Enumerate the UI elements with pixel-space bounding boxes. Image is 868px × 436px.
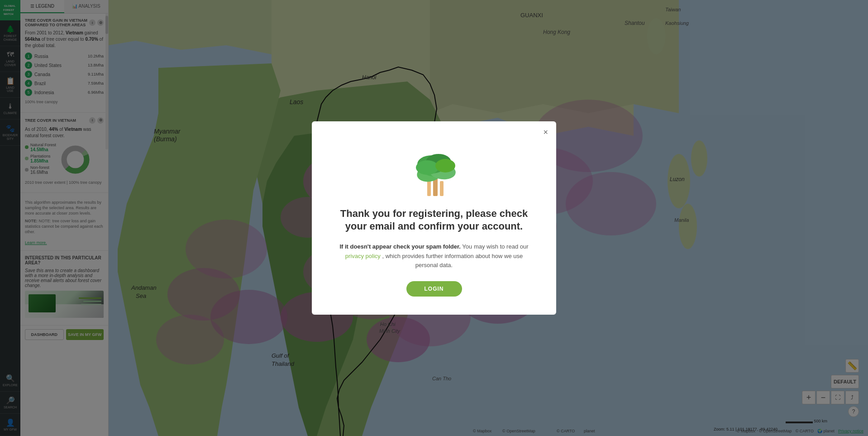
- login-button[interactable]: LOGIN: [406, 281, 462, 297]
- policy-prefix: You may wish to read our: [462, 243, 528, 250]
- privacy-policy-link[interactable]: privacy policy: [345, 253, 381, 259]
- modal-body: If it doesn't appear check your spam fol…: [334, 242, 534, 270]
- policy-suffix: , which provides further information abo…: [382, 253, 523, 269]
- svg-rect-58: [440, 181, 444, 196]
- modal-close-button[interactable]: ×: [543, 128, 548, 137]
- svg-rect-56: [427, 180, 431, 196]
- svg-point-64: [416, 160, 439, 175]
- svg-point-65: [435, 159, 455, 172]
- spam-notice: If it doesn't appear check your spam fol…: [339, 243, 461, 250]
- registration-modal: × Thank you for registering, please chec…: [312, 121, 556, 315]
- modal-title: Thank you for registering, please check …: [334, 207, 534, 233]
- modal-overlay: × Thank you for registering, please chec…: [0, 0, 868, 436]
- tree-svg: [407, 139, 461, 198]
- tree-illustration: [407, 139, 461, 198]
